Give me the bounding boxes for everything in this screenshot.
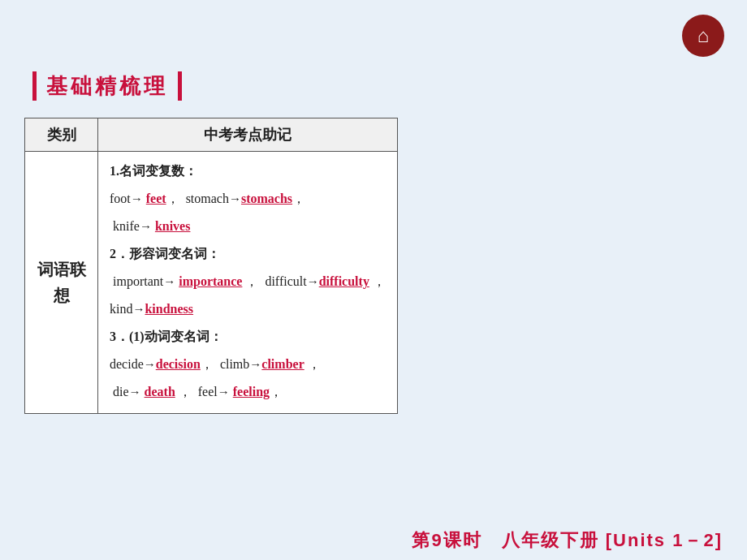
section-1-label: 1.名词变复数：	[110, 158, 386, 184]
section-2-label: 2．形容词变名词：	[110, 241, 386, 267]
home-button[interactable]: ⌂	[682, 15, 724, 57]
col-header-category: 类别	[25, 118, 98, 152]
section-1-line-2: knife→ knives	[110, 213, 386, 239]
section-1-line-1: foot→ feet， stomach→stomachs，	[110, 186, 386, 212]
table-header-row: 类别 中考考点助记	[25, 118, 398, 152]
title-bar-right-decoration	[178, 71, 182, 101]
content-table: 类别 中考考点助记 词语联想 1.名词变复数： foot→ feet， stom…	[24, 118, 398, 414]
home-icon: ⌂	[697, 26, 709, 45]
content-cell: 1.名词变复数： foot→ feet， stomach→stomachs， k…	[98, 152, 398, 414]
section-3-line-1: decide→decision， climb→climber ，	[110, 351, 386, 377]
title-bar-left-decoration	[32, 71, 37, 101]
section-3-line-2: die→ death ， feel→ feeling，	[110, 379, 386, 405]
section-title-bar: 基础精梳理	[32, 71, 182, 101]
section-2-line-2: kind→kindness	[110, 296, 386, 322]
section-title: 基础精梳理	[46, 72, 168, 101]
category-cell: 词语联想	[25, 152, 98, 414]
main-container: ⌂ 基础精梳理 类别 中考考点助记 词语联想 1.名词变复数： foot→ fe…	[0, 0, 747, 560]
footer-text: 第9课时 八年级下册 [Units 1－2]	[412, 528, 723, 553]
section-3-label: 3．(1)动词变名词：	[110, 324, 386, 350]
table-row: 词语联想 1.名词变复数： foot→ feet， stomach→stomac…	[25, 152, 398, 414]
footer-bar: 第9课时 八年级下册 [Units 1－2]	[0, 521, 747, 560]
section-2-line-1: important→ importance ， difficult→diffic…	[110, 269, 386, 295]
col-header-content: 中考考点助记	[98, 118, 398, 152]
